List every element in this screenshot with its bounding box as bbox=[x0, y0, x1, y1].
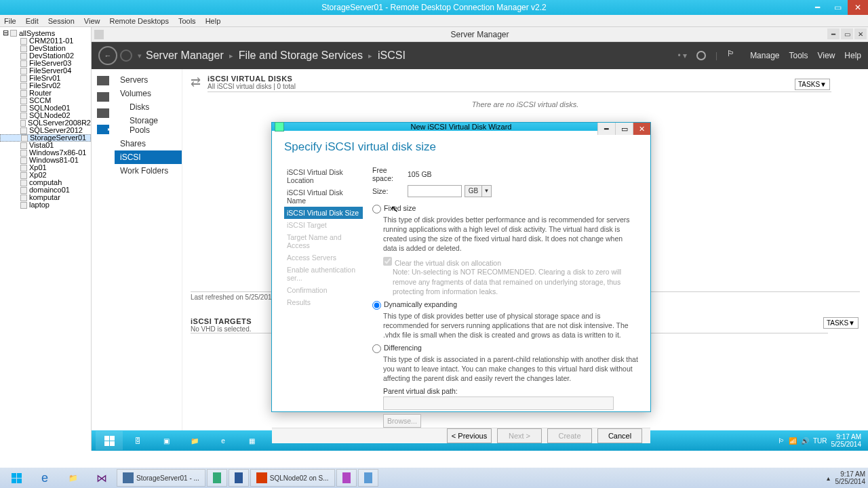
wizard-minimize-button[interactable]: ━ bbox=[597, 123, 615, 135]
menu-help[interactable]: Help bbox=[205, 17, 221, 25]
nav-servers[interactable]: Servers bbox=[115, 73, 182, 87]
server-manager-titlebar[interactable]: Server Manager ━ ▭ ✕ bbox=[92, 27, 868, 42]
create-button: Create bbox=[547, 428, 592, 443]
tasks-dropdown[interactable]: TASKS▼ bbox=[795, 79, 830, 90]
close-button[interactable]: ✕ bbox=[848, 0, 868, 15]
task-3[interactable] bbox=[229, 469, 249, 487]
desc-fixed-size: This type of disk provides better perfor… bbox=[383, 215, 638, 253]
menu-edit[interactable]: Edit bbox=[26, 17, 39, 25]
taskbar-ie-icon[interactable]: e bbox=[210, 431, 237, 450]
maximize-button[interactable]: ▭ bbox=[827, 0, 848, 15]
tasks-dropdown-targets[interactable]: TASKS▼ bbox=[823, 317, 859, 329]
nav-disks[interactable]: Disks bbox=[115, 100, 182, 114]
nav-iscsi[interactable]: iSCSI bbox=[115, 150, 182, 164]
tray-lang[interactable]: TUR bbox=[813, 437, 827, 445]
sm-header: ← ▾ Server Manager ▸ File and Storage Se… bbox=[92, 42, 868, 69]
menu-tools-sm[interactable]: Tools bbox=[789, 51, 808, 60]
sm-minimize-button[interactable]: ━ bbox=[827, 28, 840, 39]
tray-sound-icon[interactable]: 🔊 bbox=[801, 437, 809, 445]
refresh-icon[interactable] bbox=[696, 51, 706, 60]
sm-close-button[interactable]: ✕ bbox=[854, 28, 867, 39]
wizard-close-button[interactable]: ✕ bbox=[633, 123, 650, 135]
nav-icon-servers[interactable] bbox=[97, 76, 109, 85]
menu-remote-desktops[interactable]: Remote Desktops bbox=[110, 17, 169, 25]
size-unit-select[interactable]: GB bbox=[465, 185, 482, 197]
label-dynamic: Dynamically expanding bbox=[384, 300, 457, 308]
menu-tools[interactable]: Tools bbox=[178, 17, 196, 25]
computer-icon bbox=[20, 53, 27, 60]
cancel-button[interactable]: Cancel bbox=[597, 428, 642, 443]
taskbar-server-manager-icon[interactable]: 🗄 bbox=[124, 431, 151, 450]
step-location[interactable]: iSCSI Virtual Disk Location bbox=[284, 166, 363, 186]
computer-icon bbox=[20, 83, 27, 89]
computer-icon bbox=[20, 113, 27, 119]
wizard-footer: < Previous Next > Create Cancel bbox=[272, 428, 650, 443]
menu-file[interactable]: File bbox=[4, 17, 16, 25]
bc-iscsi[interactable]: iSCSI bbox=[378, 49, 406, 62]
nav-volumes[interactable]: Volumes bbox=[115, 87, 182, 100]
start-button[interactable] bbox=[96, 431, 123, 450]
nav-shares[interactable]: Shares bbox=[115, 137, 182, 150]
task-6[interactable] bbox=[358, 469, 378, 487]
folder-icon bbox=[10, 30, 17, 37]
step-size[interactable]: iSCSI Virtual Disk Size bbox=[284, 207, 363, 219]
host-ie-icon[interactable]: e bbox=[31, 468, 58, 487]
wizard-title-text: New iSCSI Virtual Disk Wizard bbox=[411, 123, 512, 131]
bc-server-manager[interactable]: Server Manager bbox=[146, 49, 224, 62]
nav-storage-pools[interactable]: Storage Pools bbox=[115, 114, 182, 137]
radio-fixed-size[interactable] bbox=[372, 205, 381, 214]
tray-clock[interactable]: 9:17 AM 5/25/2014 bbox=[831, 433, 862, 448]
size-input[interactable] bbox=[408, 185, 462, 197]
tree-item-laptop[interactable]: laptop bbox=[0, 201, 91, 209]
menu-manage[interactable]: Manage bbox=[750, 51, 779, 60]
sm-icon-column: ▸ bbox=[92, 69, 115, 430]
sm-nav: Servers Volumes Disks Storage Pools Shar… bbox=[115, 69, 182, 430]
computer-icon bbox=[20, 195, 27, 201]
sm-maximize-button[interactable]: ▭ bbox=[841, 28, 853, 39]
nav-icon-volumes[interactable] bbox=[97, 92, 109, 102]
flag-icon[interactable]: 🏳 bbox=[727, 49, 741, 62]
taskbar-app-icon[interactable]: ▦ bbox=[238, 431, 265, 450]
menu-view[interactable]: View bbox=[84, 17, 100, 25]
server-tree[interactable]: ⊟ allSystems CRM2011-01DevStationDevStat… bbox=[0, 27, 92, 451]
rdcman-titlebar[interactable]: StorageServer01 - Remote Desktop Connect… bbox=[0, 0, 868, 15]
wizard-titlebar[interactable]: New iSCSI Virtual Disk Wizard ━ ▭ ✕ bbox=[272, 123, 650, 131]
step-name[interactable]: iSCSI Virtual Disk Name bbox=[284, 186, 363, 207]
nav-icon-iscsi[interactable]: ▸ bbox=[97, 125, 109, 134]
wizard-maximize-button[interactable]: ▭ bbox=[615, 123, 633, 135]
tray-flag-icon[interactable]: 🏳 bbox=[778, 437, 785, 445]
wizard-form: Free space: 105 GB Size: GB▼ Fixed size … bbox=[372, 166, 638, 428]
host-vs-icon[interactable]: ⋈ bbox=[88, 468, 115, 487]
minimize-button[interactable]: ━ bbox=[807, 0, 827, 15]
taskbar-powershell-icon[interactable]: ▣ bbox=[153, 431, 180, 450]
host-start-button[interactable] bbox=[3, 468, 30, 487]
task-storageserver[interactable]: StorageServer01 - ... bbox=[117, 469, 205, 487]
previous-button[interactable]: < Previous bbox=[447, 428, 492, 443]
nav-icon-disks[interactable] bbox=[97, 108, 109, 118]
back-button[interactable]: ← bbox=[98, 46, 117, 65]
host-tray-up-icon[interactable]: ▴ bbox=[827, 474, 830, 482]
radio-differencing[interactable] bbox=[372, 344, 381, 353]
tray-network-icon[interactable]: 📶 bbox=[789, 437, 797, 445]
chevron-right-icon[interactable]: ⇄ bbox=[191, 75, 201, 89]
task-5[interactable] bbox=[336, 469, 357, 487]
menu-help-sm[interactable]: Help bbox=[844, 51, 861, 60]
host-tray: ▴ 9:17 AM 5/25/2014 bbox=[827, 470, 866, 485]
computer-icon bbox=[20, 45, 27, 52]
forward-button[interactable] bbox=[120, 49, 132, 62]
menu-view-sm[interactable]: View bbox=[818, 51, 835, 60]
sm-title-text: Server Manager bbox=[450, 30, 509, 39]
host-explorer-icon[interactable]: 📁 bbox=[60, 468, 87, 487]
computer-icon bbox=[20, 105, 27, 112]
nav-work-folders[interactable]: Work Folders bbox=[115, 164, 182, 178]
computer-icon bbox=[20, 187, 27, 194]
menu-session[interactable]: Session bbox=[48, 17, 75, 25]
size-unit-dropdown[interactable]: ▼ bbox=[482, 185, 492, 197]
task-2[interactable] bbox=[207, 469, 227, 487]
bc-file-storage[interactable]: File and Storage Services bbox=[239, 49, 363, 62]
host-clock[interactable]: 9:17 AM 5/25/2014 bbox=[835, 470, 866, 485]
radio-dynamic[interactable] bbox=[372, 301, 381, 310]
taskbar-explorer-icon[interactable]: 📁 bbox=[181, 431, 208, 450]
task-sqlnode[interactable]: SQLNode02 on S... bbox=[250, 469, 335, 487]
label-differencing: Differencing bbox=[384, 344, 422, 352]
